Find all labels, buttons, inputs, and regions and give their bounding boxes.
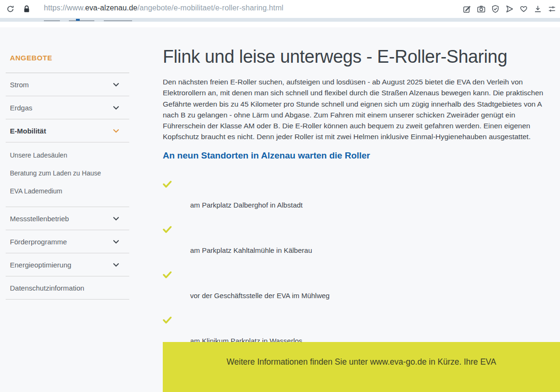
sidebar-item-label: Erdgas (10, 104, 33, 112)
url-domain: eva-alzenau.de (85, 4, 137, 12)
lock-icon[interactable] (23, 5, 30, 13)
sidebar-section-title: ANGEBOTE (6, 47, 129, 73)
sidebar-subitem-label: Unsere Ladesäulen (10, 151, 67, 159)
chevron-down-icon (113, 217, 119, 221)
main-nav-active-marker (76, 19, 80, 21)
url-path: /angebote/e-mobilitaet/e-roller-sharing.… (137, 4, 283, 12)
chevron-down-icon (113, 106, 119, 110)
sidebar-item-label: Förderprogramme (10, 238, 67, 246)
sidebar-item-label: Datenschutzinformation (10, 284, 84, 292)
info-banner: Weitere Informationen finden Sie unter w… (163, 342, 560, 392)
page-title: Flink und leise unterwegs - E-Roller-Sha… (163, 45, 556, 68)
tune-icon[interactable] (548, 5, 556, 13)
list-item: am Parkplatz Dalberghof in Albstadt (163, 180, 556, 220)
sidebar-submenu-e-mobilitaet: Unsere Ladesäulen Beratung zum Laden zu … (6, 142, 129, 207)
url-scheme: https://www. (44, 4, 85, 12)
sidebar-subitem-label: EVA Lademedium (10, 187, 62, 195)
sidebar-item-label: Messstellenbetrieb (10, 215, 69, 223)
download-icon[interactable] (534, 5, 542, 13)
sidebar-item-foerderprogramme[interactable]: Förderprogramme (6, 230, 129, 253)
sidebar-item-label: Strom (10, 81, 29, 89)
location-text: vor der Geschäftsstelle der EVA im Mühlw… (190, 292, 330, 300)
reload-icon[interactable] (6, 5, 15, 13)
toolbar-actions (463, 5, 556, 13)
sidebar-subitem-label: Beratung zum Laden zu Hause (10, 169, 101, 177)
sidebar-item-energieoptimierung[interactable]: Energieoptimierung (6, 253, 129, 276)
main-content: Flink und leise unterwegs - E-Roller-Sha… (163, 45, 556, 392)
check-icon (163, 317, 172, 324)
main-nav-stub-1[interactable] (44, 20, 60, 21)
browser-toolbar: https://www.eva-alzenau.de/angebote/e-mo… (0, 0, 560, 18)
chevron-down-icon (113, 263, 119, 267)
main-nav-stub-3[interactable] (104, 20, 132, 21)
sidebar-subitem-beratung[interactable]: Beratung zum Laden zu Hause (6, 164, 129, 182)
heart-icon[interactable] (519, 5, 528, 13)
banner-text: Weitere Informationen finden Sie unter w… (226, 357, 496, 367)
address-bar[interactable]: https://www.eva-alzenau.de/angebote/e-mo… (44, 4, 284, 12)
list-item: vor der Geschäftsstelle der EVA im Mühlw… (163, 271, 556, 310)
chevron-down-icon (113, 129, 119, 133)
list-item: am Parkplatz Kahltalmühle in Kälberau (163, 225, 556, 265)
sidebar-item-messstellenbetrieb[interactable]: Messstellenbetrieb (6, 207, 129, 230)
main-nav-stub-2[interactable] (69, 20, 94, 21)
sidebar-item-erdgas[interactable]: Erdgas (6, 96, 129, 119)
site-header-edge (0, 22, 560, 27)
shield-check-icon[interactable] (491, 5, 500, 13)
chevron-down-icon (113, 240, 119, 244)
check-icon (163, 226, 172, 234)
compose-icon[interactable] (463, 5, 471, 13)
sidebar-subitem-lademedium[interactable]: EVA Lademedium (6, 182, 129, 200)
check-icon (163, 271, 172, 279)
sidebar-item-datenschutzinformation[interactable]: Datenschutzinformation (6, 276, 129, 300)
sidebar-item-strom[interactable]: Strom (6, 73, 129, 96)
send-icon[interactable] (505, 5, 514, 13)
sidebar-item-label: Energieoptimierung (10, 261, 71, 269)
chevron-down-icon (113, 83, 119, 87)
sidebar-subitem-ladesaeulen[interactable]: Unsere Ladesäulen (6, 146, 129, 164)
sidebar-item-label: E-Mobilität (10, 127, 46, 135)
sidebar-nav: ANGEBOTE Strom Erdgas E-Mobilität Unsere… (6, 47, 129, 300)
locations-heading: An neun Standorten in Alzenau warten die… (163, 150, 556, 161)
location-text: am Parkplatz Dalberghof in Albstadt (190, 201, 302, 209)
location-text: am Parkplatz Kahltalmühle in Kälberau (190, 246, 312, 254)
intro-paragraph: Den nächsten freien E-Roller suchen, auf… (163, 76, 556, 142)
camera-icon[interactable] (477, 5, 485, 13)
sidebar-item-e-mobilitaet[interactable]: E-Mobilität (6, 119, 129, 142)
check-icon (163, 181, 172, 188)
